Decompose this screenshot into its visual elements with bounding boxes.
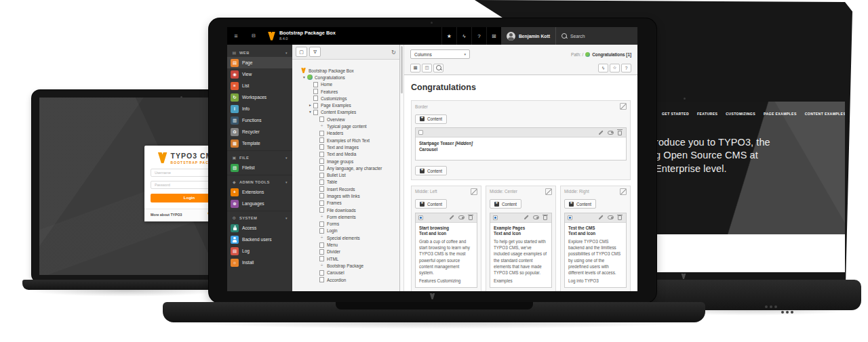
nav-item-page-examples[interactable]: PAGE EXAMPLES	[764, 112, 797, 116]
module-item-access[interactable]: Access	[227, 222, 292, 234]
user-menu[interactable]: Benjamin Kott	[501, 27, 555, 45]
tree-node-html[interactable]: HTML	[296, 255, 398, 262]
menu-toggle-icon[interactable]: ≡	[234, 33, 237, 39]
module-item-list[interactable]: ≡List	[227, 80, 292, 91]
module-item-workspaces[interactable]: ↻Workspaces	[227, 91, 292, 103]
tree-node-table[interactable]: Table	[296, 179, 398, 186]
module-item-install[interactable]: ☼Install	[227, 257, 292, 268]
username-field[interactable]	[151, 169, 212, 177]
edit-page-icon[interactable]: ◫	[422, 64, 432, 72]
tree-node-accordion[interactable]: Accordion	[296, 276, 398, 283]
more-about-typo3-link[interactable]: More about TYPO3	[151, 213, 182, 217]
module-section-header-system[interactable]: ⚙SYSTEM▾	[227, 213, 292, 222]
tree-node-bullet-list[interactable]: Bullet List	[296, 171, 398, 178]
delete-trash-icon[interactable]	[618, 215, 622, 220]
expander-open-icon[interactable]: ▾	[302, 76, 307, 80]
edit-pencil-icon[interactable]	[524, 215, 529, 220]
edit-column-icon[interactable]	[620, 188, 627, 195]
tree-node-content-examples[interactable]: ▾Content Examples	[296, 109, 398, 116]
module-section-header-file[interactable]: ▣FILE▾	[227, 153, 292, 162]
new-content-button[interactable]: Content	[564, 199, 596, 209]
refresh-icon[interactable]: ↻	[391, 49, 396, 56]
content-element[interactable]: Test the CMSText and IconExplore TYPO3 C…	[564, 213, 627, 288]
new-content-button[interactable]: Content	[415, 166, 447, 175]
tree-node-text-and-media[interactable]: Text and Media	[296, 151, 398, 158]
module-item-template[interactable]: ▦Template	[227, 137, 292, 149]
module-item-recycler[interactable]: ♻Recycler	[227, 126, 292, 137]
expander-closed-icon[interactable]: ▸	[308, 104, 313, 108]
edit-column-icon[interactable]	[620, 103, 627, 110]
tree-node-carousel[interactable]: Carousel	[296, 270, 398, 276]
search-box[interactable]: Search	[555, 27, 637, 45]
help-icon[interactable]: ?	[471, 27, 486, 45]
help-icon[interactable]: ?	[621, 64, 631, 72]
tree-node-page-examples[interactable]: ▸Page Examples	[296, 102, 398, 108]
columns-select[interactable]: Columns ▾	[410, 49, 470, 59]
tree-node-text-and-images[interactable]: Text and Images	[296, 144, 398, 150]
new-content-button[interactable]: Content	[490, 199, 521, 209]
module-item-extensions[interactable]: +Extensions	[227, 186, 292, 198]
module-item-page[interactable]: ▤Page	[227, 57, 292, 68]
visibility-toggle-icon[interactable]	[533, 215, 539, 219]
layout-view-icon[interactable]: ▦	[410, 64, 420, 72]
tree-node-bootstrap-package-box[interactable]: Bootstrap Package Box	[296, 67, 398, 74]
tree-node-form-elements[interactable]: ÷Form elements	[296, 213, 398, 220]
content-element[interactable]: Example PagesText and IconTo help get yo…	[490, 213, 552, 288]
edit-pencil-icon[interactable]	[598, 215, 604, 220]
tree-node-features[interactable]: Features	[296, 88, 398, 95]
expander-open-icon[interactable]: ▾	[308, 110, 313, 114]
nav-item-customizings[interactable]: CUSTOMIZINGS	[726, 112, 755, 116]
content-element[interactable]: Start browsingText and IconGrab a cup of…	[415, 213, 477, 288]
filter-icon[interactable]: ∇	[309, 47, 321, 57]
delete-trash-icon[interactable]	[618, 131, 622, 135]
edit-column-icon[interactable]	[545, 188, 552, 195]
tree-node-image-groups[interactable]: Image groups	[296, 158, 398, 165]
tree-node-congratulations[interactable]: ▾Congratulations	[296, 74, 398, 81]
content-element[interactable]: Startpage Teaser [Hidden] Carousel	[415, 127, 627, 161]
tree-node-special-elements[interactable]: ÷Special elements	[296, 234, 398, 241]
new-page-icon[interactable]: ▢	[296, 47, 307, 57]
search-page-icon[interactable]	[433, 64, 443, 72]
tree-node-images-with-links[interactable]: Images with links	[296, 192, 398, 199]
visibility-toggle-icon[interactable]	[458, 215, 465, 219]
cache-bolt-icon[interactable]: ϟ	[598, 64, 608, 72]
clear-cache-bolt-icon[interactable]: ϟ	[456, 27, 471, 45]
delete-trash-icon[interactable]	[543, 215, 547, 220]
tree-node-file-downloads[interactable]: File downloads	[296, 207, 398, 213]
visibility-toggle-icon[interactable]	[608, 215, 614, 219]
tree-node-any-language-any-character[interactable]: Any language, any character	[296, 165, 398, 171]
nav-item-get-started[interactable]: GET STARTED	[662, 112, 689, 116]
delete-trash-icon[interactable]	[469, 215, 473, 220]
password-field[interactable]	[151, 181, 212, 189]
edit-pencil-icon[interactable]	[449, 215, 454, 220]
edit-column-icon[interactable]	[471, 188, 477, 195]
tree-node-frames[interactable]: Frames	[296, 200, 398, 207]
module-item-filelist[interactable]: ▧Filelist	[227, 162, 292, 173]
bookmark-icon[interactable]: ☆	[610, 64, 620, 72]
tree-node-overview[interactable]: Overview	[296, 116, 398, 123]
visibility-toggle-icon[interactable]	[608, 131, 614, 135]
tree-node-divider[interactable]: Divider	[296, 249, 398, 255]
tree-node-login[interactable]: Login	[296, 228, 398, 234]
tree-node-customizings[interactable]: Customizings	[296, 95, 398, 102]
tree-node-bootstrap-package[interactable]: ÷Bootstrap Package	[296, 262, 398, 269]
tree-node-typical-page-content[interactable]: ÷Typical page content	[296, 123, 398, 129]
tree-node-menu[interactable]: Menu	[296, 241, 398, 248]
module-item-languages[interactable]: ⊕Languages	[227, 198, 292, 209]
tree-node-headers[interactable]: Headers	[296, 130, 398, 137]
module-section-header-web[interactable]: ▤WEB▾	[227, 48, 292, 57]
tree-node-insert-records[interactable]: Insert Records	[296, 186, 398, 192]
module-section-header-admin-tools[interactable]: ◆ADMIN TOOLS▾	[227, 177, 292, 186]
module-item-info[interactable]: iInfo	[227, 103, 292, 114]
bookmark-star-icon[interactable]: ★	[441, 27, 456, 45]
module-item-functions[interactable]: ▥Functions	[227, 114, 292, 126]
new-content-button[interactable]: Content	[415, 199, 447, 209]
modules-grid-icon[interactable]: ⊞	[486, 27, 501, 45]
edit-pencil-icon[interactable]	[598, 130, 604, 135]
tree-node-forms[interactable]: Forms	[296, 221, 398, 228]
module-item-log[interactable]: ▤Log	[227, 245, 292, 257]
login-button[interactable]: Login	[151, 194, 212, 202]
tree-node-examples-of-rich-text[interactable]: Examples of Rich Text	[296, 137, 398, 144]
new-content-button[interactable]: Content	[415, 114, 447, 124]
nav-item-content-examples[interactable]: CONTENT EXAMPLES	[805, 112, 845, 116]
